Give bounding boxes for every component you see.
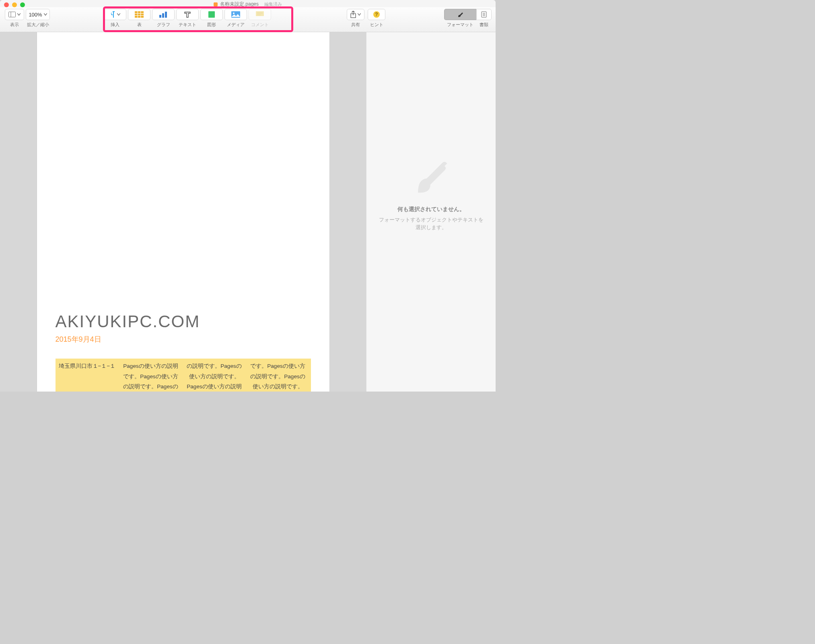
hint-label: ヒント xyxy=(370,22,383,28)
view-label: 表示 xyxy=(10,22,19,28)
brush-large-icon xyxy=(409,153,453,197)
svg-rect-10 xyxy=(208,11,215,18)
svg-point-12 xyxy=(233,12,235,14)
text-button[interactable] xyxy=(176,9,199,20)
minimize-window[interactable] xyxy=(12,2,17,7)
hint-icon: ? xyxy=(373,11,380,18)
edited-indicator: 編集済み xyxy=(264,1,282,7)
share-button[interactable] xyxy=(347,9,364,20)
media-icon xyxy=(231,11,240,18)
document-icon xyxy=(481,11,487,18)
table-label: 表 xyxy=(137,22,142,28)
empty-state-title: 何も選択されていません。 xyxy=(389,206,473,213)
insert-button[interactable] xyxy=(104,9,126,20)
text-icon xyxy=(184,11,191,18)
share-icon xyxy=(350,11,356,18)
document-date[interactable]: 2015年9月4日 xyxy=(56,334,311,344)
zoom-button[interactable]: 100% xyxy=(26,9,50,20)
comment-button[interactable] xyxy=(249,9,271,20)
document-tab[interactable] xyxy=(476,9,492,20)
zoom-window[interactable] xyxy=(20,2,25,7)
comment-label: コメント xyxy=(251,22,269,28)
inspector-sidebar: 何も選択されていません。 フォーマットするオブジェクトやテキストを選択します。 xyxy=(366,32,496,392)
brush-icon xyxy=(457,11,464,18)
share-label: 共有 xyxy=(351,22,360,28)
window-controls xyxy=(4,2,25,7)
hint-button[interactable]: ? xyxy=(368,9,385,20)
text-column-2[interactable]: Pagesの使い方の説明です。Pagesの使い方の説明です。Pagesの使い方の… xyxy=(119,359,183,392)
text-column-4[interactable]: です。Pagesの使い方の説明です。Pagesの使い方の説明です。Pagesの使… xyxy=(246,359,310,392)
format-tab-label: フォーマット xyxy=(444,22,476,28)
chevron-down-icon xyxy=(358,13,361,16)
shape-label: 図形 xyxy=(207,22,216,28)
text-label: テキスト xyxy=(179,22,196,28)
document-title[interactable]: AKIYUKIPC.COM xyxy=(56,312,311,331)
document-icon xyxy=(214,2,218,6)
layout-icon xyxy=(8,12,16,17)
titlebar: 名称未設定.pages 編集済み xyxy=(0,0,496,7)
svg-rect-9 xyxy=(165,12,167,18)
table-button[interactable] xyxy=(128,9,150,20)
insert-label: 挿入 xyxy=(111,22,119,28)
zoom-label: 拡大／縮小 xyxy=(27,22,49,28)
media-label: メディア xyxy=(227,22,245,28)
media-button[interactable] xyxy=(224,9,247,20)
chart-label: グラフ xyxy=(157,22,170,28)
svg-rect-0 xyxy=(9,12,16,17)
shape-button[interactable] xyxy=(200,9,223,20)
window-title: 名称未設定.pages xyxy=(220,1,259,8)
paragraph-icon xyxy=(110,11,115,18)
document-tab-label: 書類 xyxy=(476,22,492,28)
close-window[interactable] xyxy=(4,2,9,7)
chevron-down-icon xyxy=(44,13,47,16)
chart-icon xyxy=(159,11,168,18)
page[interactable]: AKIYUKIPC.COM 2015年9月4日 埼玉県川口市１−１−１ Page… xyxy=(37,32,329,392)
svg-rect-2 xyxy=(135,11,144,18)
empty-state-subtitle: フォーマットするオブジェクトやテキストを選択します。 xyxy=(366,216,496,232)
canvas[interactable]: AKIYUKIPC.COM 2015年9月4日 埼玉県川口市１−１−１ Page… xyxy=(0,32,366,392)
chevron-down-icon xyxy=(17,13,21,16)
highlighted-text-block[interactable]: 埼玉県川口市１−１−１ Pagesの使い方の説明です。Pagesの使い方の説明で… xyxy=(56,359,311,392)
svg-rect-8 xyxy=(162,13,164,18)
table-icon xyxy=(135,11,144,18)
text-column-1[interactable]: 埼玉県川口市１−１−１ xyxy=(56,359,119,392)
zoom-value: 100% xyxy=(29,12,42,18)
comment-icon xyxy=(256,11,264,18)
format-tab[interactable] xyxy=(444,9,476,20)
chart-button[interactable] xyxy=(152,9,175,20)
text-column-3[interactable]: の説明です。Pagesの使い方の説明です。Pagesの使い方の説明です。Page… xyxy=(183,359,246,392)
svg-text:?: ? xyxy=(375,12,378,17)
view-button[interactable] xyxy=(5,9,24,20)
chevron-down-icon xyxy=(117,13,120,16)
svg-rect-7 xyxy=(159,15,161,18)
shape-icon xyxy=(208,11,215,18)
